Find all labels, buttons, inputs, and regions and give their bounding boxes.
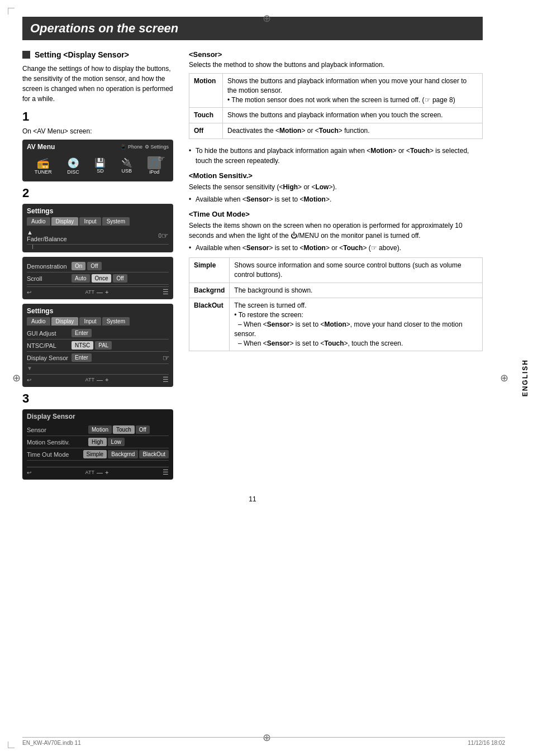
section-body: Change the settings of how to display th…: [22, 64, 173, 104]
display-sensor-screen-wrap: Display Sensor Sensor Motion Touch Off M…: [22, 409, 173, 480]
settings-screen-1: Settings Audio Display Input System ▲ Fa…: [22, 204, 173, 252]
sensor-off-desc: Deactivates the <Motion> or <Touch> func…: [223, 123, 483, 139]
scroll-values: Auto Once Off: [72, 274, 169, 283]
timeout-section: <Time Out Mode> Selects the items shown …: [189, 210, 483, 351]
gui-enter-btn[interactable]: Enter: [72, 329, 92, 337]
tab-audio-2[interactable]: Audio: [27, 317, 50, 326]
settings-footer: ▼: [27, 364, 169, 372]
ntsc-label: NTSC/PAL: [27, 342, 72, 349]
motion-sensitiv-row: Motion Sensitiv. High Low: [27, 436, 169, 448]
att-label-2: ATT: [85, 377, 94, 382]
settings-screen-bottom: ↩ ATT — + ☰: [27, 374, 169, 384]
demo-on-btn[interactable]: On: [72, 262, 85, 270]
motion-sensitiv-bullet: Available when <Sensor> is set to <Motio…: [189, 194, 483, 204]
gui-label: GUI Adjust: [27, 330, 72, 337]
motion-btn[interactable]: Motion: [88, 425, 112, 434]
tab-audio-1[interactable]: Audio: [27, 217, 50, 226]
backgrnd-row: Backgrnd The background is shown.: [189, 283, 483, 298]
display-sensor-screen: Display Sensor Sensor Motion Touch Off M…: [22, 409, 173, 480]
ipod-item: 🎵 iPod ☞: [147, 156, 161, 175]
ds-screen-title: Display Sensor: [27, 413, 169, 420]
hand-cursor-2: ☞: [161, 231, 169, 240]
low-btn[interactable]: Low: [108, 438, 125, 446]
off-btn[interactable]: Off: [136, 425, 150, 434]
ipod-label: iPod: [147, 169, 161, 175]
ntsc-btn[interactable]: NTSC: [72, 341, 93, 350]
sensor-desc: Selects the method to show the buttons a…: [189, 61, 483, 69]
av-menu-header: AV Menu 📱 Phone ⚙ Settings: [27, 143, 169, 151]
sensor-touch-label: Touch: [189, 108, 223, 123]
settings-title-2: Settings: [27, 307, 53, 315]
back-icon-3: ↩: [27, 470, 31, 476]
crosshair-left: ⊕: [12, 372, 21, 384]
scroll-once-btn[interactable]: Once: [92, 274, 112, 283]
av-menu-items: 📻 TUNER 💿 DISC 💾 SD: [27, 153, 169, 178]
sensor-off-label: Off: [189, 123, 223, 139]
motion-sensitiv-values: High Low: [88, 438, 125, 446]
timeout-desc: Selects the items shown on the screen wh…: [189, 221, 483, 241]
demo-values: On Off: [72, 262, 169, 270]
ds-enter-btn[interactable]: Enter: [72, 353, 92, 362]
av-menu-title: AV Menu: [27, 143, 55, 151]
menu-icon-3: ☰: [163, 468, 169, 476]
connector-1: [32, 245, 169, 249]
simple-desc: Shows source information and some source…: [230, 257, 483, 283]
settings-tabs-2: Audio Display Input System: [27, 317, 169, 326]
plus-icon: +: [105, 289, 108, 295]
bottom-back-icon: ↩: [27, 289, 31, 295]
timeout-heading: <Time Out Mode>: [189, 210, 483, 218]
motion-sensitiv-label: Motion Sensitiv.: [27, 439, 88, 446]
section-title: Setting <Display Sensor>: [35, 50, 129, 59]
right-column: <Sensor> Selects the method to show the …: [189, 50, 483, 484]
sensor-touch-desc: Shows the buttons and playback informati…: [223, 108, 483, 123]
sensor-row: Sensor Motion Touch Off: [27, 424, 169, 436]
backgrnd-btn[interactable]: Backgrnd: [108, 450, 138, 458]
corner-tl: [8, 8, 15, 15]
tab-display-2[interactable]: Display: [51, 317, 79, 326]
tab-system-2[interactable]: System: [102, 317, 130, 326]
tab-display-1[interactable]: Display: [51, 217, 79, 226]
sd-item: 💾 SD: [94, 157, 106, 174]
sensor-touch-row: Touch Shows the buttons and playback inf…: [189, 108, 483, 123]
tuner-item: 📻 TUNER: [35, 157, 52, 175]
tab-system-1[interactable]: System: [102, 217, 130, 226]
ds-spacer: [27, 461, 169, 465]
section-icon: [22, 51, 30, 59]
fader-label: ▲ Fader/Balance: [27, 229, 72, 242]
sensor-motion-desc: Shows the buttons and playback informati…: [223, 74, 483, 108]
corner-bl: [8, 741, 15, 748]
two-col-layout: Setting <Display Sensor> Change the sett…: [22, 50, 483, 484]
demo-off-btn[interactable]: Off: [87, 262, 101, 270]
bottom-back-icon-2: ↩: [27, 377, 31, 383]
demo-row: Demonstration On Off: [27, 260, 169, 272]
av-menu-icons: 📱 Phone ⚙ Settings: [120, 144, 169, 150]
timeout-bullet: Available when <Sensor> is set to <Motio…: [189, 243, 483, 253]
usb-item: 🔌 USB: [121, 157, 132, 174]
sensor-row-label: Sensor: [27, 427, 88, 433]
footer-left: EN_KW-AV70E.indb 11: [22, 740, 81, 746]
blackout-row: BlackOut The screen is turned off. • To …: [189, 298, 483, 351]
tuner-label: TUNER: [35, 169, 52, 175]
settings-title-1: Settings: [27, 207, 53, 215]
simple-btn[interactable]: Simple: [83, 450, 107, 458]
hand-cursor-1: ☞: [158, 154, 165, 163]
usb-label: USB: [121, 168, 132, 174]
settings-icon-sm: ⚙ Settings: [145, 144, 169, 150]
timeout-label: Time Out Mode: [27, 451, 83, 458]
gui-row: GUI Adjust Enter: [27, 327, 169, 339]
touch-btn[interactable]: Touch: [113, 425, 135, 434]
tab-input-1[interactable]: Input: [79, 217, 101, 226]
scroll-auto-btn[interactable]: Auto: [72, 274, 90, 283]
disc-label: DISC: [67, 169, 79, 175]
high-btn[interactable]: High: [88, 438, 107, 446]
scroll-label: Scroll: [27, 275, 72, 282]
tab-input-2[interactable]: Input: [79, 317, 101, 326]
blackout-btn[interactable]: BlackOut: [139, 450, 169, 458]
scroll-off-btn[interactable]: Off: [113, 274, 127, 283]
disc-item: 💿 DISC: [67, 157, 79, 175]
step-2: 2 Settings Audio Display Input System: [22, 186, 173, 387]
plus-icon-3: +: [105, 469, 108, 476]
pal-btn[interactable]: PAL: [95, 341, 112, 350]
left-column: Setting <Display Sensor> Change the sett…: [22, 50, 173, 484]
crosshair-right: ⊕: [500, 372, 508, 384]
